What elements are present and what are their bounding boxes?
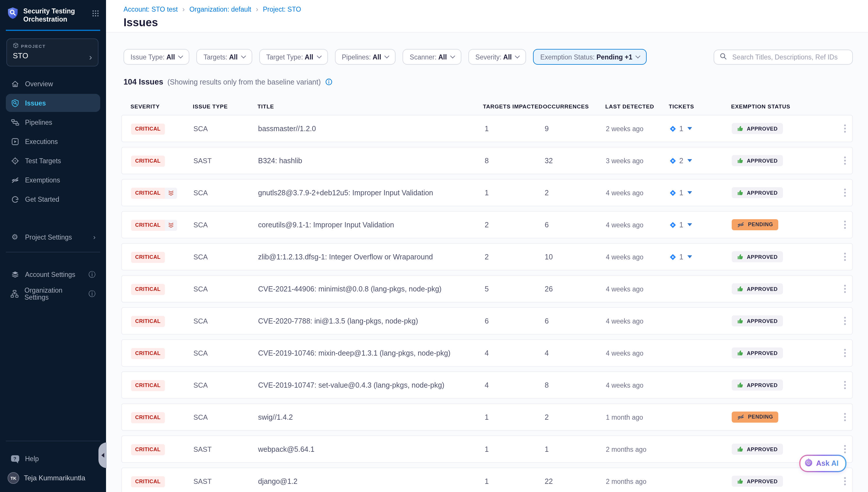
table-row[interactable]: CRITICAL SAST B324: hashlib 8 32 3 weeks…: [121, 147, 853, 174]
row-menu-button[interactable]: [838, 256, 852, 258]
sidebar-item-project-settings[interactable]: ⚙ Project Settings ›: [6, 228, 100, 246]
ask-ai-button[interactable]: Ask AI: [799, 455, 847, 472]
search-box[interactable]: [714, 49, 853, 65]
sidebar-item-get-started[interactable]: Get Started: [6, 190, 100, 208]
sidebar-item-label: Issues: [25, 99, 46, 106]
row-menu-button[interactable]: [838, 416, 852, 418]
sidebar-item-exemptions[interactable]: Exemptions: [6, 171, 100, 189]
issue-title[interactable]: CVE-2019-10746: mixin-deep@1.3.1 (lang-p…: [258, 349, 483, 357]
sidebar-item-label: Executions: [25, 138, 58, 145]
sidebar-item-account-settings[interactable]: Account Settings ⓘ: [6, 265, 100, 283]
search-input[interactable]: [731, 53, 847, 61]
filter-issue-type[interactable]: Issue Type:All: [124, 49, 190, 65]
sidebar-collapse-button[interactable]: [99, 442, 107, 468]
ticket-cell[interactable]: 1: [669, 189, 732, 197]
kebab-icon: [844, 416, 846, 418]
issue-title[interactable]: bassmaster//1.2.0: [258, 124, 483, 132]
kebab-icon: [844, 192, 846, 194]
breadcrumb-project-link[interactable]: Project: STO: [263, 6, 301, 13]
sidebar-item-pipelines[interactable]: Pipelines: [6, 113, 100, 131]
ticket-count: 1: [679, 253, 683, 261]
ticket-cell[interactable]: 1: [669, 253, 732, 261]
table-row[interactable]: CRITICAL SCA CVE-2021-44906: minimist@0.…: [121, 275, 853, 302]
ticket-caret-icon[interactable]: [687, 127, 692, 130]
issue-title[interactable]: B324: hashlib: [258, 156, 483, 165]
sidebar-item-help[interactable]: ? Help: [6, 449, 100, 468]
sidebar-item-test-targets[interactable]: Test Targets: [6, 152, 100, 170]
exemption-status-badge: PENDING: [732, 411, 778, 422]
row-menu-button[interactable]: [838, 128, 852, 129]
issue-title[interactable]: zlib@1:1.2.13.dfsg-1: Integer Overflow o…: [258, 253, 483, 261]
sidebar-item-executions[interactable]: Executions: [6, 132, 100, 150]
ticket-caret-icon[interactable]: [687, 159, 692, 162]
table-row[interactable]: CRITICAL SCA zlib@1:1.2.13.dfsg-1: Integ…: [121, 243, 853, 270]
issue-title[interactable]: django@1.2: [258, 477, 483, 485]
issues-table-body: CRITICAL SCA bassmaster//1.2.0 1 9 2 wee…: [121, 115, 853, 492]
ticket-cell[interactable]: 2: [669, 156, 732, 165]
issue-title[interactable]: swig//1.4.2: [258, 413, 483, 421]
ticket-cell[interactable]: 1: [669, 124, 732, 132]
main-pane: Account: STO test › Organization: defaul…: [106, 0, 868, 492]
jira-ticket-icon: [669, 221, 676, 228]
exemption-status-badge: PENDING: [732, 219, 778, 230]
table-row[interactable]: CRITICAL SCA CVE-2019-10746: mixin-deep@…: [121, 339, 853, 367]
issue-title[interactable]: gnutls28@3.7.9-2+deb12u5: Improper Input…: [258, 189, 483, 197]
issue-type: SCA: [193, 253, 258, 261]
sidebar-settings-nav: Account Settings ⓘ Organization Settings…: [0, 265, 106, 304]
ticket-caret-icon[interactable]: [687, 191, 692, 194]
table-row[interactable]: CRITICAL SCA coreutils@9.1-1: Improper I…: [121, 211, 853, 239]
user-menu[interactable]: TK Teja Kummarikuntla: [0, 469, 106, 492]
ticket-caret-icon[interactable]: [687, 223, 692, 226]
table-row[interactable]: CRITICAL SCA CVE-2020-7788: ini@1.3.5 (l…: [121, 307, 853, 335]
row-menu-button[interactable]: [838, 192, 852, 194]
sidebar-item-overview[interactable]: Overview: [6, 75, 100, 93]
row-menu-button[interactable]: [838, 448, 852, 450]
col-title: TITLE: [258, 103, 483, 109]
row-menu-button[interactable]: [838, 384, 852, 386]
ticket-cell[interactable]: 1: [669, 221, 732, 229]
issue-title[interactable]: coreutils@9.1-1: Improper Input Validati…: [258, 221, 483, 229]
filter-scanner[interactable]: Scanner:All: [403, 49, 462, 65]
row-menu-button[interactable]: [838, 480, 852, 482]
exemption-status-badge: APPROVED: [732, 444, 783, 455]
info-icon[interactable]: [325, 78, 332, 86]
issue-title[interactable]: CVE-2021-44906: minimist@0.0.8 (lang-pkg…: [258, 285, 483, 293]
project-selector[interactable]: PROJECT STO ›: [6, 39, 99, 67]
filter-pipelines[interactable]: Pipelines:All: [335, 49, 396, 65]
table-row[interactable]: CRITICAL SCA gnutls28@3.7.9-2+deb12u5: I…: [121, 179, 853, 206]
row-menu-button[interactable]: [838, 352, 852, 354]
issue-type: SCA: [193, 381, 258, 389]
table-row[interactable]: CRITICAL SCA swig//1.4.2 1 2 1 month ago…: [121, 403, 853, 431]
avatar: TK: [7, 472, 19, 484]
sidebar-item-issues[interactable]: Issues: [6, 94, 100, 112]
severity-badge: CRITICAL: [131, 156, 164, 167]
module-switcher-grid-icon[interactable]: [92, 9, 99, 19]
sidebar-item-organization-settings[interactable]: Organization Settings ⓘ: [6, 285, 100, 302]
issue-title[interactable]: webpack@5.64.1: [258, 445, 483, 453]
breadcrumb-account-link[interactable]: Account: STO test: [124, 6, 178, 13]
occurrences: 32: [544, 156, 606, 165]
occurrences: 6: [544, 221, 606, 229]
table-row[interactable]: CRITICAL SAST webpack@5.64.1 1 1 2 month…: [121, 436, 853, 463]
chevron-down-icon: [241, 54, 246, 58]
table-row[interactable]: CRITICAL SCA CVE-2019-10747: set-value@0…: [121, 371, 853, 399]
kebab-icon: [844, 224, 846, 226]
filter-target-type[interactable]: Target Type:All: [259, 49, 328, 65]
table-row[interactable]: CRITICAL SCA bassmaster//1.2.0 1 9 2 wee…: [121, 115, 853, 142]
filter-severity[interactable]: Severity:All: [468, 49, 526, 65]
row-menu-button[interactable]: [838, 224, 852, 226]
row-menu-button[interactable]: [838, 320, 852, 322]
issue-type: SCA: [193, 413, 258, 421]
row-menu-button[interactable]: [838, 160, 852, 162]
filter-targets[interactable]: Targets:All: [196, 49, 252, 65]
issues-count: 104 Issues: [124, 77, 163, 86]
row-menu-button[interactable]: [838, 288, 852, 290]
filter-exemption-status[interactable]: Exemption Status:Pending +1: [533, 49, 647, 65]
chevron-right-icon: ›: [89, 52, 92, 61]
info-circle-icon: ⓘ: [88, 290, 96, 297]
table-row[interactable]: CRITICAL SAST django@1.2 1 22 2 months a…: [121, 468, 853, 492]
breadcrumb-organization-link[interactable]: Organization: default: [189, 6, 251, 13]
ticket-caret-icon[interactable]: [687, 255, 692, 258]
issue-title[interactable]: CVE-2019-10747: set-value@0.4.3 (lang-pk…: [258, 381, 483, 389]
issue-title[interactable]: CVE-2020-7788: ini@1.3.5 (lang-pkgs, nod…: [258, 317, 483, 325]
